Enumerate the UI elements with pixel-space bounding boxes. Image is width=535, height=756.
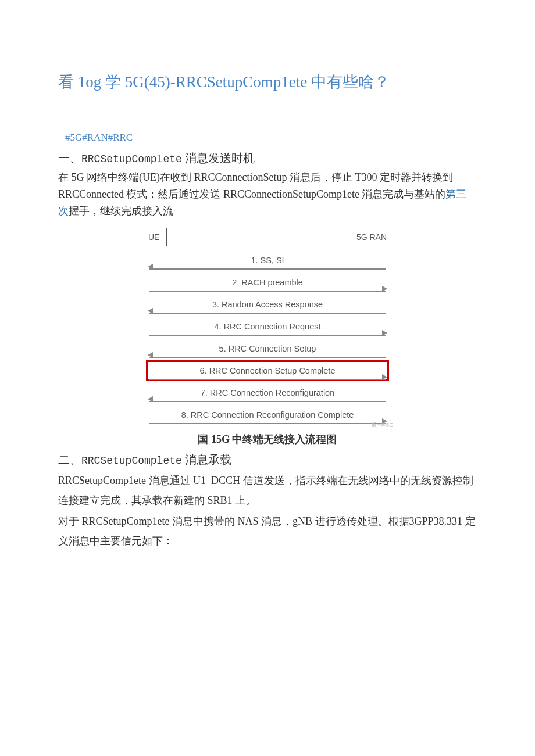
diagram-arrow <box>149 423 386 424</box>
diagram-caption: 国 15G 中终端无线接入流程图 <box>58 431 477 448</box>
diagram-step-1: 1. SS, SI <box>149 250 386 272</box>
diagram-step-5-label: 5. RRC Connection Setup <box>219 342 316 356</box>
diagram-arrow <box>149 357 386 358</box>
section-2-heading: 二、RRCSetupComplete 消息承载 <box>58 450 477 470</box>
diagram-step-6-label: 6. RRC Connection Setup Complete <box>200 364 336 378</box>
diagram-step-7: 7. RRC Connection Reconfiguration <box>149 382 386 404</box>
diagram-watermark: ·服~学5G <box>370 421 394 429</box>
diagram-step-4: 4. RRC Connection Request <box>149 316 386 338</box>
tag-line: #5G#RAN#RRC <box>65 130 477 145</box>
section-1-p1a: 在 5G 网络中终端(UE)在收到 RRCConnectionSetup 消息后… <box>58 171 453 200</box>
diagram-ue-box: UE <box>141 228 167 246</box>
sequence-diagram: UE 5G RAN 1. SS, SI 2. RACH preamble 3. … <box>140 228 395 428</box>
diagram-step-6: 6. RRC Connection Setup Complete <box>149 360 386 382</box>
diagram-step-1-label: 1. SS, SI <box>251 254 284 267</box>
diagram-arrow <box>149 401 386 402</box>
diagram-step-2: 2. RACH preamble <box>149 272 386 294</box>
section-2-num: 二、 <box>58 453 81 466</box>
diagram-step-3-label: 3. Random Access Response <box>212 298 323 311</box>
section-2-p2: 对于 RRCSetupComp1ete 消息中携带的 NAS 消息，gNB 进行… <box>58 511 477 551</box>
section-1-p1b: 握手，继续完成接入流 <box>69 205 173 217</box>
section-2-tail: 消息承载 <box>182 453 231 466</box>
diagram-arrow <box>149 335 386 336</box>
page-title: 看 1og 学 5G(45)-RRCSetupComp1ete 中有些啥？ <box>58 70 477 95</box>
section-2-p1: RRCSetupComp1ete 消息通过 U1_DCCH 信道发送，指示终端在… <box>58 471 477 510</box>
diagram-step-8: 8. RRC Connection Reconfiguration Comple… <box>149 404 386 427</box>
diagram-step-8-label: 8. RRC Connection Reconfiguration Comple… <box>181 409 354 422</box>
diagram-body: 1. SS, SI 2. RACH preamble 3. Random Acc… <box>149 246 386 428</box>
section-1-paragraph: 在 5G 网络中终端(UE)在收到 RRCConnectionSetup 消息后… <box>58 169 477 219</box>
diagram-arrow <box>149 291 386 292</box>
section-2-code: RRCSetupComplete <box>81 455 182 467</box>
diagram-header: UE 5G RAN <box>140 228 395 246</box>
diagram-step-3: 3. Random Access Response <box>149 294 386 316</box>
diagram-step-4-label: 4. RRC Connection Request <box>215 320 321 334</box>
diagram-step-7-label: 7. RRC Connection Reconfiguration <box>201 386 335 400</box>
diagram-arrow <box>149 379 386 380</box>
section-1-tail: 消息发送时机 <box>182 152 255 164</box>
diagram-arrow <box>149 268 386 270</box>
diagram-step-2-label: 2. RACH preamble <box>232 276 303 289</box>
section-1-code: RRCSetupComplete <box>81 153 182 165</box>
diagram-step-5: 5. RRC Connection Setup <box>149 338 386 360</box>
diagram-ran-box: 5G RAN <box>349 228 394 246</box>
diagram-arrow <box>149 313 386 314</box>
section-1-num: 一、 <box>58 152 81 164</box>
section-1-heading: 一、RRCSetupComplete 消息发送时机 <box>58 149 477 168</box>
